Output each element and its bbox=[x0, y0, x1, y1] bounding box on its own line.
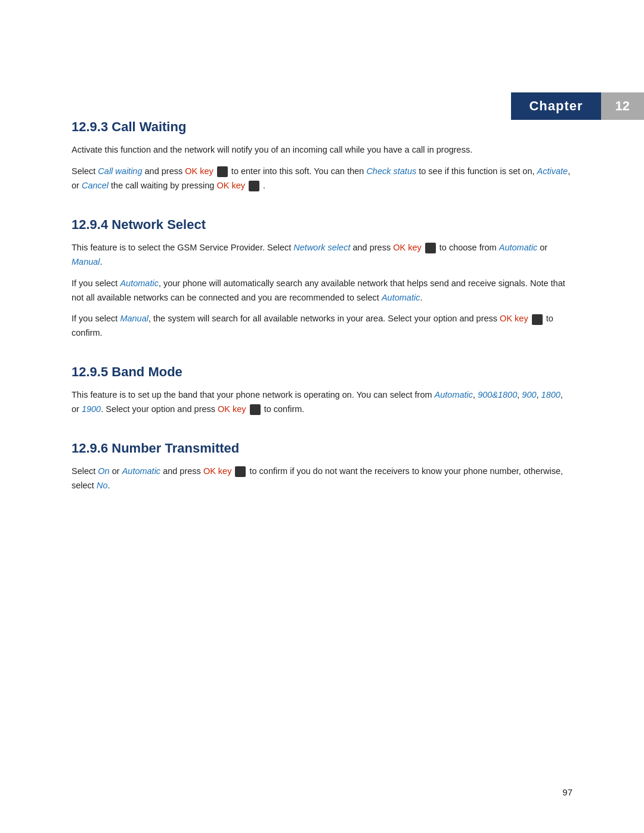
link-check-status[interactable]: Check status bbox=[366, 166, 416, 176]
section-12-9-3-para-1: Activate this function and the network w… bbox=[72, 143, 572, 157]
section-title-12-9-6: 12.9.6 Number Transmitted bbox=[72, 441, 572, 456]
key-icon-6 bbox=[235, 466, 246, 477]
link-activate-1[interactable]: Activate bbox=[537, 166, 568, 176]
chapter-banner: Chapter 12 bbox=[511, 92, 644, 120]
section-12-9-4: 12.9.4 Network Select This feature is to… bbox=[72, 217, 572, 341]
link-automatic-2[interactable]: Automatic bbox=[120, 278, 158, 288]
key-icon-1 bbox=[217, 166, 228, 177]
chapter-number: 12 bbox=[601, 92, 644, 120]
ok-key-3: OK key bbox=[393, 243, 422, 252]
link-cancel-1[interactable]: Cancel bbox=[82, 181, 109, 190]
link-manual-2[interactable]: Manual bbox=[120, 314, 148, 323]
section-title-12-9-3: 12.9.3 Call Waiting bbox=[72, 119, 572, 135]
section-12-9-6-para-1: Select On or Automatic and press OK key … bbox=[72, 465, 572, 493]
ok-key-1: OK key bbox=[185, 166, 213, 176]
ok-key-5: OK key bbox=[218, 404, 246, 414]
section-12-9-4-para-1: This feature is to select the GSM Servic… bbox=[72, 241, 572, 270]
link-automatic-4[interactable]: Automatic bbox=[435, 390, 473, 400]
section-12-9-3: 12.9.3 Call Waiting Activate this functi… bbox=[72, 119, 572, 193]
section-12-9-6: 12.9.6 Number Transmitted Select On or A… bbox=[72, 441, 572, 493]
link-network-select[interactable]: Network select bbox=[293, 243, 350, 252]
link-automatic-5[interactable]: Automatic bbox=[122, 466, 160, 476]
ok-key-4: OK key bbox=[500, 314, 528, 323]
link-1800[interactable]: 1800 bbox=[541, 390, 561, 400]
link-900[interactable]: 900 bbox=[522, 390, 536, 400]
key-icon-5 bbox=[250, 404, 261, 415]
ok-key-2: OK key bbox=[216, 181, 245, 190]
key-icon-2 bbox=[249, 181, 259, 191]
link-900-1800[interactable]: 900&1800 bbox=[478, 390, 517, 400]
ok-key-6: OK key bbox=[203, 466, 232, 476]
link-1900[interactable]: 1900 bbox=[82, 404, 101, 414]
link-call-waiting[interactable]: Call waiting bbox=[98, 166, 142, 176]
chapter-label: Chapter bbox=[511, 92, 600, 120]
section-12-9-3-para-2: Select Call waiting and press OK key to … bbox=[72, 165, 572, 193]
key-icon-3 bbox=[425, 243, 436, 253]
section-12-9-4-para-2: If you select Automatic, your phone will… bbox=[72, 277, 572, 305]
section-12-9-5: 12.9.5 Band Mode This feature is to set … bbox=[72, 364, 572, 417]
section-12-9-5-para-1: This feature is to set up the band that … bbox=[72, 388, 572, 417]
link-automatic-3[interactable]: Automatic bbox=[382, 293, 420, 302]
page-number: 97 bbox=[562, 787, 572, 797]
key-icon-4 bbox=[532, 314, 543, 325]
link-no[interactable]: No bbox=[97, 481, 108, 490]
page-container: Chapter 12 12.9.3 Call Waiting Activate … bbox=[0, 0, 644, 833]
section-title-12-9-4: 12.9.4 Network Select bbox=[72, 217, 572, 233]
link-manual-1[interactable]: Manual bbox=[72, 257, 100, 267]
section-title-12-9-5: 12.9.5 Band Mode bbox=[72, 364, 572, 380]
link-on[interactable]: On bbox=[98, 466, 109, 476]
section-12-9-4-para-3: If you select Manual, the system will se… bbox=[72, 312, 572, 340]
link-automatic-1[interactable]: Automatic bbox=[499, 243, 537, 252]
